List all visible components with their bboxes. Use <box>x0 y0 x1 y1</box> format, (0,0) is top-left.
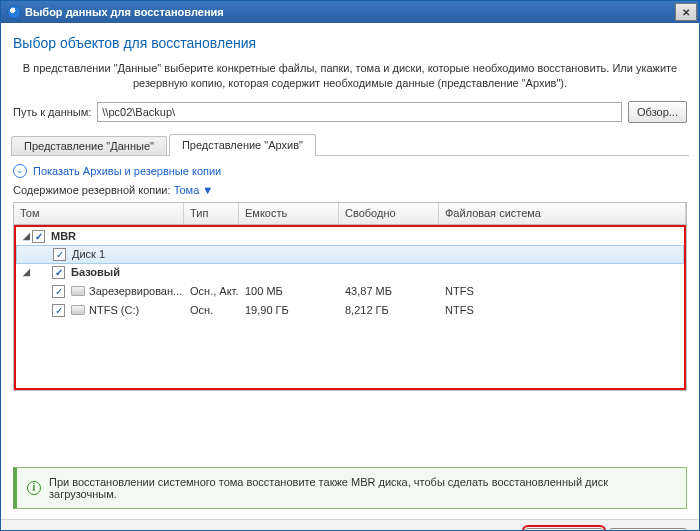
title-bar: Выбор данных для восстановления ✕ <box>1 1 699 23</box>
table-row[interactable]: ✓NTFS (C:) Осн. 19,90 ГБ 8,212 ГБ NTFS <box>16 301 684 320</box>
path-input[interactable] <box>97 102 622 122</box>
expand-icon[interactable]: ◢ <box>20 267 32 277</box>
page-header: Выбор объектов для восстановления <box>13 35 687 51</box>
col-capacity[interactable]: Емкость <box>239 203 339 224</box>
col-filesystem[interactable]: Файловая система <box>439 203 686 224</box>
table-row[interactable]: ✓Зарезервирован... Осн., Акт. 100 МБ 43,… <box>16 282 684 301</box>
browse-button[interactable]: Обзор... <box>628 101 687 123</box>
checkbox[interactable]: ✓ <box>53 248 66 261</box>
col-free[interactable]: Свободно <box>339 203 439 224</box>
info-text: При восстановлении системного тома восст… <box>49 476 676 500</box>
col-type[interactable]: Тип <box>184 203 239 224</box>
row-label: Диск 1 <box>72 248 105 260</box>
grid-header: Том Тип Емкость Свободно Файловая систем… <box>14 203 686 225</box>
tab-archive-view[interactable]: Представление "Архив" <box>169 134 316 156</box>
table-row-disk1[interactable]: ✓ Диск 1 <box>16 245 684 264</box>
group-row-mbr[interactable]: ◢ ✓ MBR <box>16 227 684 246</box>
content-label: Содержимое резервной копии: <box>13 184 171 196</box>
group-row-basic[interactable]: ◢ ✓ Базовый <box>16 263 684 282</box>
path-label: Путь к данным: <box>13 106 91 118</box>
app-icon <box>7 5 21 19</box>
volumes-grid: Том Тип Емкость Свободно Файловая систем… <box>13 202 687 391</box>
col-volume[interactable]: Том <box>14 203 184 224</box>
group-label: MBR <box>51 230 76 242</box>
tab-bar: Представление "Данные" Представление "Ар… <box>11 133 689 156</box>
checkbox[interactable]: ✓ <box>52 266 65 279</box>
show-archives-link[interactable]: Показать Архивы и резервные копии <box>33 165 221 177</box>
checkbox[interactable]: ✓ <box>52 285 65 298</box>
expand-icon[interactable]: ◢ <box>20 231 32 241</box>
button-bar: ? Справка OK Отмена <box>1 519 699 531</box>
checkbox[interactable]: ✓ <box>52 304 65 317</box>
disk-icon <box>71 286 85 296</box>
group-label: Базовый <box>71 266 120 278</box>
description-text: В представлении "Данные" выберите конкре… <box>13 61 687 101</box>
disk-icon <box>71 305 85 315</box>
info-icon: i <box>27 481 41 495</box>
content-dropdown[interactable]: Тома ▼ <box>174 184 214 196</box>
window-title: Выбор данных для восстановления <box>25 6 673 18</box>
info-box: i При восстановлении системного тома вос… <box>13 467 687 509</box>
chevron-down-icon[interactable]: ⌄ <box>13 164 27 178</box>
close-button[interactable]: ✕ <box>675 3 697 21</box>
tab-data-view[interactable]: Представление "Данные" <box>11 136 167 155</box>
checkbox[interactable]: ✓ <box>32 230 45 243</box>
